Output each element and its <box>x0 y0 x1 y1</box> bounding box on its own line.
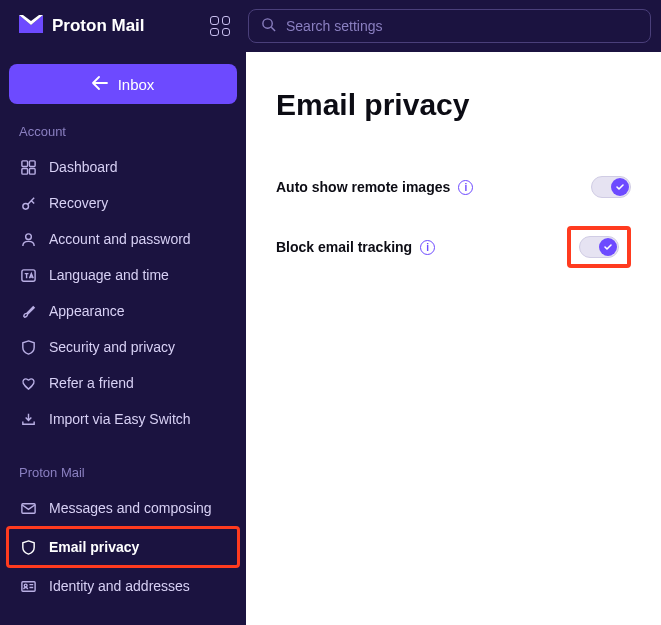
language-icon <box>19 266 37 284</box>
search-input[interactable] <box>286 18 638 34</box>
svg-line-1 <box>271 27 275 31</box>
key-icon <box>19 194 37 212</box>
sidebar-item-label: Language and time <box>49 267 169 283</box>
sidebar-item-import[interactable]: Import via Easy Switch <box>9 401 237 437</box>
section-label-account: Account <box>9 120 237 143</box>
svg-point-7 <box>25 233 31 239</box>
check-icon <box>611 178 629 196</box>
sidebar-item-label: Dashboard <box>49 159 118 175</box>
sidebar-item-messages[interactable]: Messages and composing <box>9 490 237 526</box>
sidebar-item-account-password[interactable]: Account and password <box>9 221 237 257</box>
toggle-block-tracking[interactable] <box>579 236 619 258</box>
svg-rect-2 <box>21 160 27 166</box>
search-icon <box>261 17 276 36</box>
sidebar-item-label: Account and password <box>49 231 191 247</box>
info-icon[interactable]: i <box>458 180 473 195</box>
sidebar: Inbox Account Dashboard Recovery Account… <box>0 52 246 625</box>
sidebar-item-dashboard[interactable]: Dashboard <box>9 149 237 185</box>
svg-rect-9 <box>21 503 34 512</box>
svg-point-0 <box>263 18 272 27</box>
setting-auto-show-images: Auto show remote images i <box>276 176 631 198</box>
highlight-email-privacy: Email privacy <box>6 526 240 568</box>
svg-rect-3 <box>29 160 35 166</box>
sidebar-item-label: Refer a friend <box>49 375 134 391</box>
check-icon <box>599 238 617 256</box>
setting-label: Block email tracking <box>276 239 412 255</box>
heart-icon <box>19 374 37 392</box>
sidebar-item-refer[interactable]: Refer a friend <box>9 365 237 401</box>
proton-logo-icon <box>18 13 44 39</box>
sidebar-item-label: Identity and addresses <box>49 578 190 594</box>
apps-grid-icon[interactable] <box>210 16 230 36</box>
inbox-button-label: Inbox <box>118 76 155 93</box>
svg-rect-4 <box>21 168 27 174</box>
highlight-block-tracking-toggle <box>567 226 631 268</box>
envelope-icon <box>19 499 37 517</box>
brush-icon <box>19 302 37 320</box>
import-icon <box>19 410 37 428</box>
shield-icon <box>19 538 37 556</box>
main-panel: Email privacy Auto show remote images i … <box>246 52 661 625</box>
shield-icon <box>19 338 37 356</box>
page-title: Email privacy <box>276 88 631 122</box>
info-icon[interactable]: i <box>420 240 435 255</box>
sidebar-item-appearance[interactable]: Appearance <box>9 293 237 329</box>
sidebar-item-recovery[interactable]: Recovery <box>9 185 237 221</box>
svg-point-11 <box>24 584 27 587</box>
sidebar-item-identity[interactable]: Identity and addresses <box>9 568 237 604</box>
brand-name: Proton Mail <box>52 16 145 36</box>
section-label-protonmail: Proton Mail <box>9 461 237 484</box>
sidebar-item-security[interactable]: Security and privacy <box>9 329 237 365</box>
sidebar-item-language-time[interactable]: Language and time <box>9 257 237 293</box>
sidebar-item-label: Email privacy <box>49 539 139 555</box>
user-icon <box>19 230 37 248</box>
sidebar-item-label: Security and privacy <box>49 339 175 355</box>
dashboard-icon <box>19 158 37 176</box>
topbar: Proton Mail <box>0 0 661 52</box>
sidebar-item-label: Import via Easy Switch <box>49 411 191 427</box>
sidebar-item-label: Recovery <box>49 195 108 211</box>
sidebar-item-label: Messages and composing <box>49 500 212 516</box>
sidebar-item-label: Appearance <box>49 303 125 319</box>
setting-block-tracking: Block email tracking i <box>276 226 631 268</box>
brand-logo[interactable]: Proton Mail <box>18 13 198 39</box>
setting-label: Auto show remote images <box>276 179 450 195</box>
arrow-left-icon <box>92 76 108 93</box>
svg-rect-8 <box>21 269 34 280</box>
toggle-auto-show-images[interactable] <box>591 176 631 198</box>
sidebar-item-email-privacy[interactable]: Email privacy <box>9 529 237 565</box>
search-field[interactable] <box>248 9 651 43</box>
id-card-icon <box>19 577 37 595</box>
inbox-button[interactable]: Inbox <box>9 64 237 104</box>
svg-rect-5 <box>29 168 35 174</box>
